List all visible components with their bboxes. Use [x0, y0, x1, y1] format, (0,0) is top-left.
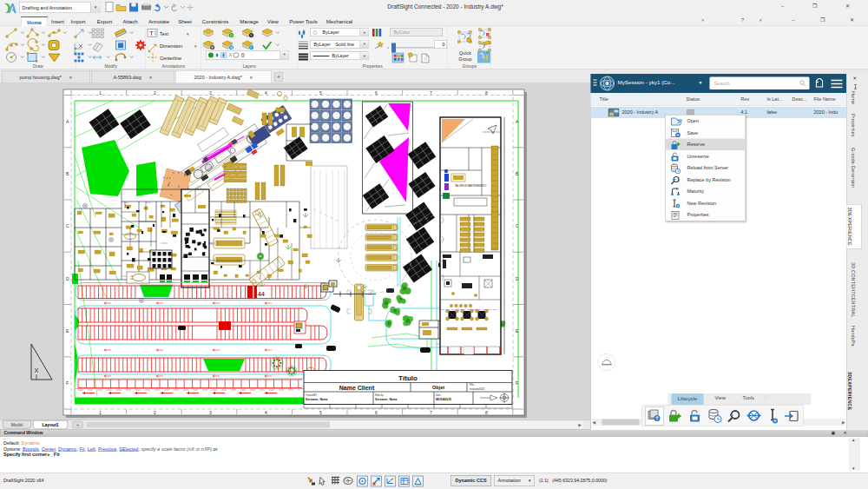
- svg-text:3: 3: [209, 90, 212, 96]
- svg-text:Surname, Name: Surname, Name: [375, 398, 398, 401]
- svg-text:2: 2: [154, 410, 156, 415]
- svg-text:Date :: Date :: [436, 393, 442, 397]
- svg-text:44: 44: [258, 291, 265, 297]
- svg-text:Write by :: Write by :: [375, 393, 385, 397]
- svg-text:5: 5: [319, 410, 322, 415]
- svg-text:T: T: [149, 30, 154, 37]
- svg-text:Name Client: Name Client: [339, 385, 375, 391]
- svg-text:0: 0: [241, 52, 245, 58]
- svg-text:2: 2: [154, 90, 156, 96]
- svg-text:5: 5: [319, 90, 322, 96]
- svg-text:6: 6: [375, 90, 378, 96]
- svg-text:3: 3: [209, 410, 212, 415]
- svg-text:7: 7: [430, 410, 432, 415]
- svg-text:4: 4: [265, 410, 267, 415]
- svg-text:1: 1: [99, 90, 102, 96]
- svg-text:C: C: [66, 223, 69, 228]
- svg-text:Treated BY :: Treated BY :: [306, 393, 319, 397]
- svg-text:i: i: [250, 45, 251, 50]
- svg-text:File :: File :: [470, 383, 476, 387]
- svg-text:Título: Título: [398, 374, 418, 382]
- svg-text:MODA2015: MODA2015: [436, 398, 451, 401]
- svg-text:Surname, Name: Surname, Name: [306, 398, 328, 401]
- svg-text:8: 8: [485, 90, 488, 96]
- svg-text:D: D: [66, 276, 69, 281]
- svg-text:F: F: [66, 380, 69, 386]
- svg-text:8: 8: [485, 410, 488, 415]
- svg-text:revision2013: revision2013: [470, 387, 484, 391]
- svg-text:TALLER DE MANTENIMIENTO: TALLER DE MANTENIMIENTO: [455, 184, 486, 188]
- svg-text:6: 6: [375, 410, 378, 415]
- svg-text:Objet: Objet: [432, 385, 444, 390]
- svg-text:4: 4: [265, 90, 267, 96]
- svg-text:7: 7: [430, 90, 432, 96]
- svg-text:1: 1: [99, 410, 102, 415]
